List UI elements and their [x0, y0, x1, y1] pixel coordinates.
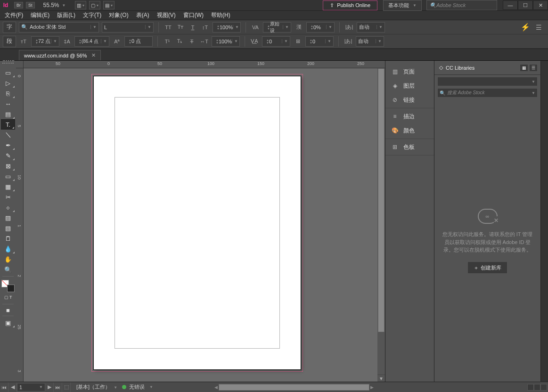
selection-tool[interactable]: ▭	[1, 67, 15, 78]
swatches-panel-button[interactable]: ⊞色板	[385, 140, 434, 154]
leading-input[interactable]: ▲▼ (86.4 点 ▼	[74, 36, 109, 47]
corner-button[interactable]	[540, 384, 547, 391]
all-caps-icon[interactable]: TT	[164, 22, 173, 33]
horizontal-scrollbar[interactable]: ◀ ▶	[214, 384, 374, 391]
workspace-dropdown[interactable]: 基本功能 ▼	[383, 0, 422, 11]
hand-tool[interactable]: ✋	[1, 254, 15, 264]
create-library-button[interactable]: ＋ 创建新库	[467, 261, 507, 274]
tsume-input[interactable]: ▲▼ 0% ▼	[306, 22, 335, 33]
rectangle-tool[interactable]: ▭	[1, 171, 15, 181]
horizontal-scale-input[interactable]: ▲▼ 100% ▼	[212, 36, 240, 47]
free-transform-tool[interactable]: ⟐	[1, 202, 15, 212]
cc-search-input[interactable]: 🔍 搜索 Adobe Stock ▼	[437, 88, 538, 98]
layers-panel-button[interactable]: ◈图层	[385, 79, 434, 93]
bridge-button[interactable]: Br	[14, 2, 23, 8]
rectangle-frame-tool[interactable]: ⊠	[1, 161, 15, 171]
library-dropdown[interactable]: ▼	[437, 77, 538, 86]
character-tab[interactable]: 字	[3, 22, 16, 33]
underline-icon[interactable]: T	[188, 22, 197, 33]
view-layout-icon[interactable]: ▤▼	[103, 1, 115, 9]
vertical-scale-input[interactable]: ▲▼ 100% ▼	[213, 22, 241, 33]
content-collector-tool[interactable]: ▤	[1, 109, 15, 119]
corner-button[interactable]	[527, 384, 534, 391]
pen-tool[interactable]: ✒	[1, 140, 15, 150]
stock-button[interactable]: St	[26, 2, 35, 8]
page-tool[interactable]: ⎘	[1, 88, 15, 98]
strikethrough-icon[interactable]: T	[187, 36, 196, 47]
menu-object[interactable]: 对象(O)	[106, 10, 131, 20]
font-family-dropdown[interactable]: 🔍 Adobe 宋体 Std ▼	[19, 22, 99, 33]
apply-color-icon[interactable]: ■	[1, 306, 15, 314]
document-page[interactable]	[93, 76, 301, 370]
corner-button[interactable]	[534, 384, 540, 391]
screen-mode-icon[interactable]: ▢▼	[89, 1, 100, 9]
cc-libraries-tab[interactable]: ◇ CC Libraries ▦ ☰	[434, 61, 540, 75]
scroll-left-icon[interactable]: ◀	[214, 385, 218, 390]
pages-panel-button[interactable]: ▥页面	[385, 65, 434, 79]
gradient-feather-tool[interactable]: ▧	[1, 223, 15, 233]
zoom-level-dropdown[interactable]: 55.5% ▼	[43, 2, 66, 8]
close-tab-icon[interactable]: ✕	[91, 52, 96, 58]
minimize-button[interactable]: —	[503, 0, 518, 10]
arrange-icon[interactable]: ▥▼	[75, 1, 86, 9]
apply-container-icon[interactable]: ▢ T	[1, 292, 15, 302]
baseline-shift-input[interactable]: ▲▼ 0 点	[124, 36, 153, 47]
scissors-tool[interactable]: ✂	[1, 192, 15, 202]
ruler-origin[interactable]	[16, 61, 24, 68]
first-page-button[interactable]: ⏮	[0, 383, 8, 392]
maximize-button[interactable]: ☐	[518, 0, 533, 10]
scrollbar-down-icon[interactable]: ▼	[377, 375, 385, 382]
menu-window[interactable]: 窗口(W)	[180, 10, 206, 20]
small-caps-icon[interactable]: Tᴛ	[176, 22, 185, 33]
menu-file[interactable]: 文件(F)	[2, 10, 26, 20]
paragraph-tab[interactable]: 段	[3, 36, 16, 47]
vertical-ruler[interactable]: 0 5 10 1 2 25 3	[16, 68, 24, 382]
last-page-button[interactable]: ⏭	[54, 383, 62, 392]
menu-table[interactable]: 表(A)	[133, 10, 152, 20]
horizontal-ruler[interactable]: 50 0 50 100 150 200 250	[24, 61, 385, 68]
menu-help[interactable]: 帮助(H)	[208, 10, 233, 20]
menu-view[interactable]: 视图(V)	[154, 10, 179, 20]
tracking-input[interactable]: ▲▼ 0 ▼	[262, 36, 290, 47]
quick-apply-icon[interactable]: ⚡	[521, 22, 530, 33]
preflight-status[interactable]: 无错误 ▼	[122, 384, 153, 391]
canvas-area[interactable]: 50 0 50 100 150 200 250 0 5 10 1 2 25 3	[16, 61, 385, 382]
color-panel-button[interactable]: 🎨颜色	[385, 123, 434, 138]
eyedropper-tool[interactable]: 💧	[1, 244, 15, 254]
preflight-profile[interactable]: [基本]（工作） ▼	[76, 384, 117, 391]
page-number-input[interactable]: 1 ▼	[17, 383, 45, 392]
view-mode-icon[interactable]: ▣	[1, 318, 15, 328]
note-tool[interactable]: 🗒	[1, 233, 15, 244]
vertical-scrollbar[interactable]: ▼	[377, 68, 385, 382]
font-style-dropdown[interactable]: L ▼	[102, 22, 154, 33]
scrollbar-thumb[interactable]	[378, 68, 384, 332]
stroke-panel-button[interactable]: ≡描边	[385, 109, 434, 123]
gap-tool[interactable]: ↔	[1, 98, 15, 109]
panel-grip-icon[interactable]	[3, 60, 14, 62]
gradient-swatch-tool[interactable]: ▨	[1, 212, 15, 223]
open-dialog-icon[interactable]: ⬚	[62, 383, 71, 392]
kerning-dropdown[interactable]: ▲▼ 原始设 ▼	[263, 22, 291, 33]
grid-view-icon[interactable]: ▦	[520, 64, 528, 72]
scrollbar-thumb[interactable]	[219, 384, 369, 391]
collapsed-panel-strip[interactable]	[540, 61, 548, 382]
publish-online-button[interactable]: ⇪ Publish Online	[323, 0, 377, 10]
font-size-input[interactable]: ▲▼ 72 点 ▼	[31, 36, 59, 47]
language2-dropdown[interactable]: 自动 ▼	[356, 36, 384, 47]
next-page-button[interactable]: ▶	[45, 383, 54, 392]
close-button[interactable]: ✕	[533, 0, 548, 10]
adobe-stock-search[interactable]: 🔍 Adobe Stock	[426, 0, 497, 10]
line-tool[interactable]: ＼	[1, 130, 15, 140]
pencil-tool[interactable]: ✎	[1, 150, 15, 161]
menu-type[interactable]: 文字(T)	[80, 10, 104, 20]
type-tool[interactable]: T.	[1, 119, 15, 130]
prev-page-button[interactable]: ◀	[8, 383, 17, 392]
language-dropdown[interactable]: 自动 ▼	[357, 22, 385, 33]
scroll-right-icon[interactable]: ▶	[370, 385, 374, 390]
panel-menu-icon[interactable]: ☰	[534, 22, 543, 33]
subscript-icon[interactable]: T₁	[175, 36, 184, 47]
direct-selection-tool[interactable]: ▷	[1, 78, 15, 88]
list-view-icon[interactable]: ☰	[529, 64, 538, 72]
superscript-icon[interactable]: T¹	[163, 36, 172, 47]
zoom-tool[interactable]: 🔍	[1, 264, 15, 275]
